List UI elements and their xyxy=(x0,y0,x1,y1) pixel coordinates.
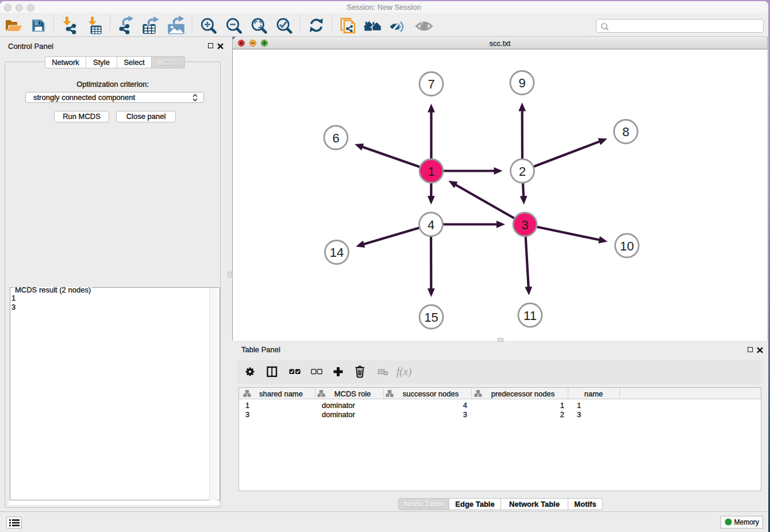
svg-text:f(x): f(x) xyxy=(396,365,411,378)
svg-text:15: 15 xyxy=(424,310,438,325)
svg-text:10: 10 xyxy=(620,239,634,253)
svg-text:2: 2 xyxy=(519,164,526,179)
svg-text:8: 8 xyxy=(622,125,629,139)
svg-text:11: 11 xyxy=(523,309,537,323)
svg-text:9: 9 xyxy=(518,76,525,90)
svg-text:4: 4 xyxy=(428,218,434,232)
svg-text:6: 6 xyxy=(332,131,339,145)
svg-text:14: 14 xyxy=(330,245,344,260)
svg-text:1: 1 xyxy=(428,164,434,179)
svg-text:7: 7 xyxy=(428,77,434,91)
svg-text:3: 3 xyxy=(521,218,528,232)
